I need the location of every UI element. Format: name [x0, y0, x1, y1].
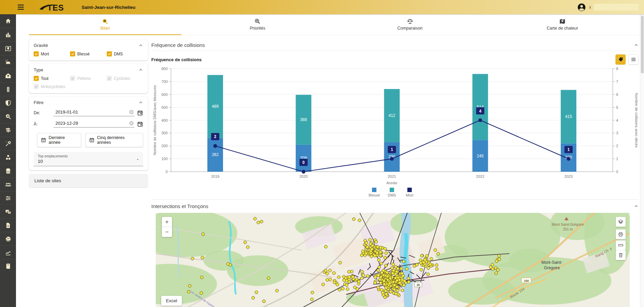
svg-text:3: 3	[616, 131, 618, 135]
last-year-button[interactable]: 1Y Dernière année	[37, 133, 81, 147]
date-from-input[interactable]: 2019-01-01	[53, 109, 134, 116]
layers-icon	[618, 219, 624, 225]
svg-text:1: 1	[616, 157, 618, 161]
search-stats-icon	[5, 113, 12, 120]
sidebar-item-bar-chart[interactable]	[0, 28, 16, 41]
sidebar-item-cubes[interactable]	[0, 150, 16, 164]
labels-toggle-button[interactable]	[615, 54, 626, 65]
collapse-collision-panel-button[interactable]	[634, 43, 639, 48]
type-checkbox-cyclistes: Cyclistes	[107, 76, 143, 81]
sidebar-item-home[interactable]	[0, 14, 16, 28]
sidebar-item-translate[interactable]: AZ	[0, 205, 16, 218]
type-checkbox-tout[interactable]: Tout	[34, 76, 70, 81]
site-list-header[interactable]: Liste de sites	[29, 174, 148, 187]
collision-panel-header: Fréquence de collisions	[151, 39, 639, 51]
map-measure-button[interactable]	[616, 240, 626, 250]
date-to-calendar-button[interactable]	[137, 121, 143, 127]
svg-text:2022: 2022	[476, 174, 484, 178]
last-year-label: Dernière année	[49, 135, 78, 145]
checkbox-icon	[107, 51, 112, 56]
svg-text:Nombre de collisions avec décè: Nombre de collisions avec décès	[634, 93, 639, 148]
users-icon	[5, 181, 12, 188]
svg-text:35: 35	[417, 283, 420, 287]
tab-bilan[interactable]: Bilan	[29, 14, 181, 35]
map-delete-button[interactable]	[616, 250, 626, 260]
map-panel-header: Intersections et Tronçons	[151, 199, 639, 213]
printer-icon	[618, 232, 624, 237]
svg-text:0: 0	[616, 170, 618, 174]
map-print-button[interactable]	[616, 229, 626, 239]
collapse-filtre-button[interactable]	[138, 100, 143, 105]
sidebar-item-tools[interactable]	[0, 137, 16, 150]
sidebar-item-sliders[interactable]	[0, 191, 16, 205]
tab-comparaison[interactable]: Comparaison	[334, 14, 486, 35]
clear-date-from-button[interactable]	[129, 109, 134, 115]
sidebar-item-users[interactable]	[0, 177, 16, 191]
menu-button[interactable]	[17, 4, 24, 10]
map-icon	[559, 18, 566, 25]
calendar-5y-icon: 5Y	[89, 137, 95, 143]
svg-text:2020: 2020	[299, 174, 307, 178]
user-avatar-icon[interactable]	[577, 3, 586, 12]
calendar-1y-icon: 1Y	[41, 137, 46, 143]
type-checkbox-piétons: Piétons	[70, 76, 106, 81]
cubes-icon	[5, 154, 12, 161]
svg-text:2019: 2019	[211, 174, 219, 178]
sidebar-item-globe[interactable]	[0, 232, 16, 245]
collapse-type-button[interactable]	[138, 68, 143, 72]
filtre-card: Filtre De: 2019-01-01 À: 2023-12-29	[29, 97, 148, 170]
filter-column: Gravité MortBlesséDMS Type ToutPiétonsCy…	[29, 39, 148, 307]
sidebar-item-trend[interactable]	[0, 245, 16, 259]
map-zoom-in-button[interactable]: +	[162, 217, 172, 227]
sidebar-item-document[interactable]	[0, 218, 16, 232]
sidebar-item-car-crash[interactable]	[0, 55, 16, 69]
chart-menu-button[interactable]	[628, 54, 639, 65]
scrollbar-thumb[interactable]	[641, 16, 644, 73]
collision-panel-title: Fréquence de collisions	[151, 42, 205, 48]
sidebar-item-hospital[interactable]	[0, 69, 16, 82]
svg-text:1Y: 1Y	[43, 140, 45, 142]
page-scrollbar[interactable]	[640, 14, 644, 307]
svg-text:104: 104	[524, 279, 529, 283]
map-layers-button[interactable]	[616, 217, 626, 227]
collapse-gravite-button[interactable]	[138, 43, 143, 48]
svg-text:5Y: 5Y	[91, 140, 93, 142]
excel-export-button[interactable]: Excel	[161, 296, 182, 306]
top-emplacements-label: Top emplacements	[38, 154, 139, 158]
svg-text:2: 2	[616, 144, 618, 148]
svg-text:5: 5	[616, 105, 618, 109]
scales-icon	[407, 18, 413, 25]
tab-carte-de-chaleur[interactable]: Carte de chaleur	[486, 14, 639, 35]
sidebar-item-book[interactable]	[0, 259, 16, 273]
date-to-input[interactable]: 2023-12-29	[53, 120, 134, 127]
checkbox-label: Tout	[41, 76, 49, 81]
svg-text:388: 388	[300, 117, 307, 122]
collapse-map-panel-button[interactable]	[634, 204, 639, 209]
clear-date-to-button[interactable]	[129, 120, 134, 126]
trend-icon	[5, 249, 12, 256]
map-canvas[interactable]: Mont Saint-Grégoire251 mMont-Saint-Grégo…	[156, 213, 630, 307]
date-from-calendar-button[interactable]	[137, 110, 143, 116]
svg-text:6: 6	[616, 92, 618, 97]
map-zoom-out-button[interactable]: −	[162, 227, 172, 237]
sidebar-item-map-marker[interactable]	[0, 41, 16, 55]
checkbox-icon	[34, 76, 39, 81]
sidebar-item-database[interactable]	[0, 164, 16, 177]
svg-text:800: 800	[162, 67, 168, 71]
sidebar-item-shield[interactable]	[0, 96, 16, 109]
sidebar-item-search-stats[interactable]	[0, 109, 16, 123]
gravite-checkbox-mort[interactable]: Mort	[34, 51, 70, 56]
svg-text:1: 1	[567, 147, 570, 152]
checkbox-icon	[70, 76, 75, 81]
checkbox-label: Cyclistes	[114, 76, 130, 81]
last-five-years-button[interactable]: 5Y Cinq dernières années	[85, 133, 143, 147]
search-stats-icon	[102, 18, 108, 25]
collision-frequency-chart: 0100200300400500600700800012345678262489…	[151, 65, 639, 198]
top-emplacements-select[interactable]: Top emplacements 10	[34, 152, 143, 166]
sidebar-item-signpost[interactable]	[0, 123, 16, 137]
site-list-label: Liste de sites	[34, 178, 61, 183]
gravite-checkbox-blessé[interactable]: Blessé	[70, 51, 106, 56]
gravite-checkbox-dms[interactable]: DMS	[107, 51, 143, 56]
tab-priorites[interactable]: Priorités	[181, 14, 334, 35]
sidebar-item-traffic-light[interactable]	[0, 82, 16, 96]
